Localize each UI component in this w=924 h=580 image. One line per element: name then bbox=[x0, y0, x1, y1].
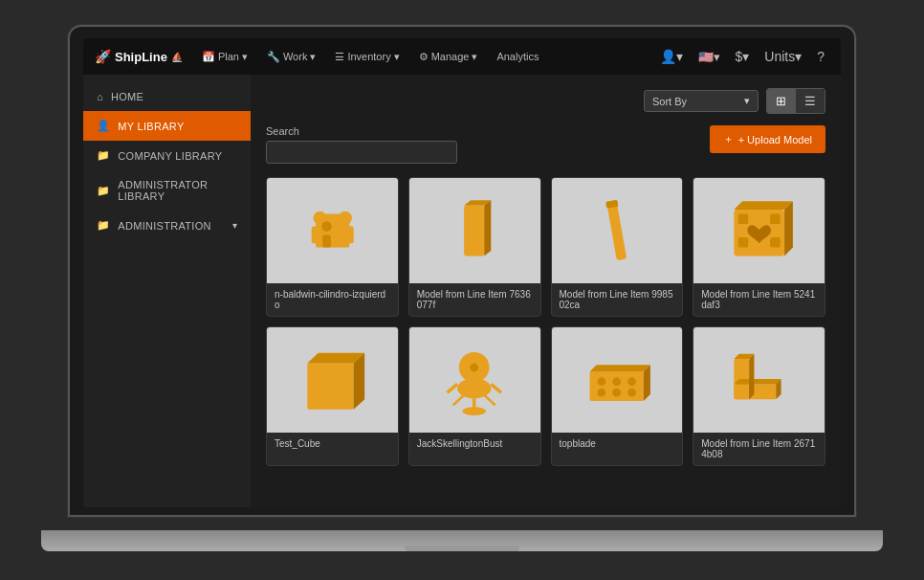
nav-plan[interactable]: 📅 Plan ▾ bbox=[194, 47, 255, 67]
units-icon[interactable]: Units▾ bbox=[759, 47, 806, 66]
model-thumbnail bbox=[409, 178, 540, 283]
model-name: Test_Cube bbox=[267, 433, 398, 455]
search-label: Search bbox=[266, 125, 457, 137]
work-icon: 🔧 bbox=[267, 51, 280, 63]
svg-marker-9 bbox=[485, 200, 492, 256]
svg-line-30 bbox=[485, 395, 495, 406]
nav-work[interactable]: 🔧 Work ▾ bbox=[259, 47, 323, 67]
model-name: Model from Line Item 7636077f bbox=[409, 283, 540, 316]
manage-icon: ⚙ bbox=[419, 51, 429, 63]
svg-point-35 bbox=[612, 377, 621, 386]
sort-label: Sort By bbox=[652, 96, 687, 107]
nav-analytics[interactable]: Analytics bbox=[489, 47, 546, 66]
nav-inventory[interactable]: ☰ Inventory ▾ bbox=[327, 47, 407, 67]
model-card[interactable]: Test_Cube bbox=[266, 326, 399, 466]
toolbar-row: Sort By ▾ ⊞ ☰ bbox=[266, 88, 825, 114]
flag-icon[interactable]: 🇺🇸▾ bbox=[693, 48, 725, 66]
svg-point-26 bbox=[471, 363, 479, 371]
svg-marker-32 bbox=[590, 365, 650, 371]
sidebar-item-administration[interactable]: 📁 Administration ▾ bbox=[83, 211, 251, 240]
svg-point-38 bbox=[612, 389, 621, 397]
plan-icon: 📅 bbox=[202, 51, 215, 63]
model-thumbnail bbox=[267, 327, 398, 433]
app-body: ⌂ Home 👤 My Library 📁 Company Library bbox=[83, 75, 841, 507]
model-name: Model from Line Item 998502ca bbox=[552, 283, 683, 316]
svg-rect-17 bbox=[738, 237, 749, 248]
model-name: JackSkellingtonBust bbox=[409, 433, 540, 455]
svg-point-39 bbox=[627, 389, 636, 397]
model-card[interactable]: Model from Line Item 998502ca bbox=[551, 177, 684, 317]
chevron-down-icon: ▾ bbox=[232, 220, 237, 231]
top-nav: 🚀 ShipLine ⛵ 📅 Plan ▾ 🔧 Work ▾ bbox=[83, 38, 841, 75]
model-thumbnail bbox=[267, 178, 398, 283]
svg-rect-3 bbox=[311, 227, 321, 244]
search-block: Search bbox=[266, 125, 457, 164]
svg-marker-13 bbox=[734, 201, 793, 210]
model-thumbnail bbox=[552, 327, 683, 433]
model-name: n-baldwin-cilindro-izquierdo bbox=[267, 283, 398, 316]
search-input[interactable] bbox=[266, 141, 457, 164]
search-row: Search ＋ + Upload Model bbox=[266, 125, 825, 164]
svg-rect-10 bbox=[606, 201, 627, 260]
model-card[interactable]: topblade bbox=[551, 326, 684, 466]
model-thumbnail bbox=[693, 327, 825, 433]
upload-model-button[interactable]: ＋ + Upload Model bbox=[710, 125, 825, 153]
svg-rect-16 bbox=[770, 213, 781, 224]
model-card[interactable]: JackSkellingtonBust bbox=[408, 326, 541, 466]
main-content: Sort By ▾ ⊞ ☰ Search bbox=[251, 75, 841, 507]
help-icon[interactable]: ? bbox=[812, 47, 829, 66]
upload-plus-icon: ＋ bbox=[723, 132, 734, 146]
svg-point-36 bbox=[627, 377, 636, 386]
sidebar-item-home[interactable]: ⌂ Home bbox=[83, 82, 251, 111]
svg-marker-45 bbox=[749, 354, 754, 400]
view-toggle: ⊞ ☰ bbox=[766, 88, 825, 114]
model-card[interactable]: n-baldwin-cilindro-izquierdo bbox=[266, 177, 399, 317]
user-icon[interactable]: 👤▾ bbox=[655, 47, 688, 66]
model-thumbnail bbox=[409, 327, 540, 433]
company-library-icon: 📁 bbox=[97, 149, 110, 162]
model-card[interactable]: Model from Line Item 5241daf3 bbox=[693, 177, 825, 317]
svg-point-2 bbox=[339, 212, 352, 225]
home-icon: ⌂ bbox=[97, 91, 103, 102]
svg-rect-18 bbox=[770, 237, 781, 248]
svg-rect-4 bbox=[343, 227, 354, 244]
admin-library-icon: 📁 bbox=[97, 185, 110, 197]
list-view-button[interactable]: ☰ bbox=[796, 89, 825, 113]
administration-icon: 📁 bbox=[97, 219, 110, 232]
svg-point-6 bbox=[321, 221, 332, 232]
currency-icon[interactable]: $▾ bbox=[731, 47, 755, 66]
svg-rect-15 bbox=[738, 213, 749, 224]
model-grid: n-baldwin-cilindro-izquierdo bbox=[266, 177, 825, 466]
svg-point-34 bbox=[598, 377, 606, 386]
svg-point-37 bbox=[598, 389, 606, 397]
svg-rect-5 bbox=[322, 234, 331, 247]
model-thumbnail bbox=[552, 178, 683, 283]
model-thumbnail bbox=[693, 178, 825, 283]
sidebar-item-my-library[interactable]: 👤 My Library bbox=[83, 111, 251, 141]
my-library-icon: 👤 bbox=[97, 120, 110, 132]
svg-line-27 bbox=[448, 384, 458, 392]
svg-point-25 bbox=[463, 407, 487, 415]
svg-line-29 bbox=[453, 395, 464, 406]
nav-manage[interactable]: ⚙ Manage ▾ bbox=[411, 47, 486, 67]
inventory-icon: ☰ bbox=[335, 51, 344, 63]
sort-caret-icon: ▾ bbox=[744, 95, 750, 107]
model-name: Model from Line Item 26714b08 bbox=[693, 433, 825, 465]
sidebar-item-admin-library[interactable]: 📁 Administrator Library bbox=[83, 170, 251, 211]
svg-marker-42 bbox=[734, 379, 781, 384]
model-card[interactable]: Model from Line Item 7636077f bbox=[408, 177, 541, 317]
grid-view-button[interactable]: ⊞ bbox=[767, 89, 796, 113]
brand-name: ShipLine bbox=[115, 50, 167, 64]
model-name: Model from Line Item 5241daf3 bbox=[693, 283, 825, 316]
sidebar-item-company-library[interactable]: 📁 Company Library bbox=[83, 141, 251, 170]
sidebar: ⌂ Home 👤 My Library 📁 Company Library bbox=[83, 75, 251, 507]
brand-logo: 🚀 ShipLine ⛵ bbox=[95, 49, 183, 64]
model-name: topblade bbox=[552, 433, 683, 455]
laptop-base bbox=[41, 530, 883, 551]
svg-rect-7 bbox=[465, 206, 485, 257]
sort-dropdown[interactable]: Sort By ▾ bbox=[644, 90, 759, 112]
model-card[interactable]: Model from Line Item 26714b08 bbox=[693, 326, 825, 466]
svg-marker-14 bbox=[784, 201, 793, 256]
svg-rect-19 bbox=[307, 363, 353, 409]
svg-line-28 bbox=[492, 384, 502, 392]
